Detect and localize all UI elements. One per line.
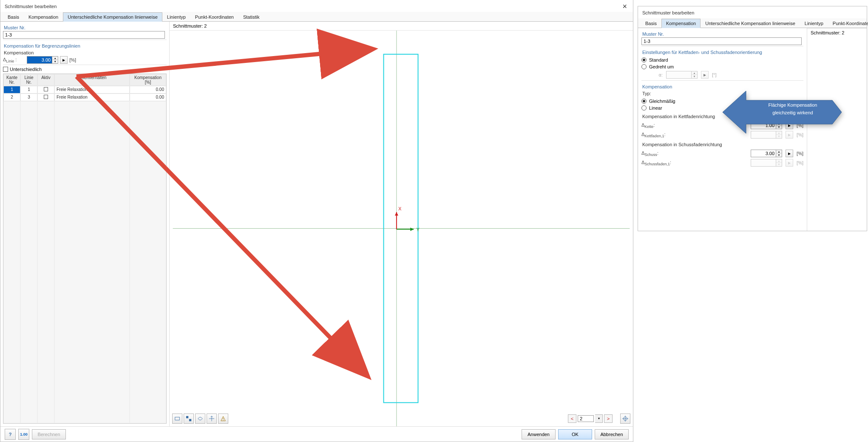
svg-marker-6 <box>395 212 398 215</box>
unterschiedlich-checkbox[interactable]: Unterschiedlich <box>3 67 167 72</box>
precision-button[interactable]: 1.00 <box>18 429 29 440</box>
checkbox-icon <box>3 67 8 72</box>
unit-percent: [%] <box>797 151 803 156</box>
view-tool-1-icon[interactable] <box>172 414 182 424</box>
unterschiedlich-label: Unterschiedlich <box>10 67 42 72</box>
cell-verhalten: Freie Relaxation <box>54 86 130 94</box>
anwenden-button[interactable]: Anwenden <box>522 429 556 439</box>
form-pane: Muster Nr. Kompensation für Begrenzungsl… <box>0 22 170 426</box>
cell-linie: 1 <box>20 86 37 94</box>
cell-kante: 2 <box>3 94 20 101</box>
th-aktiv: Aktiv <box>37 74 54 86</box>
abbrechen-button[interactable]: Abbrechen <box>595 429 629 439</box>
spin-down-icon[interactable]: ▼ <box>776 153 782 157</box>
cell-aktiv[interactable] <box>37 86 54 94</box>
view-tool-4-icon[interactable] <box>207 414 217 424</box>
table-row[interactable]: 1 1 Freie Relaxation 0.00 <box>3 86 166 94</box>
berechnen-button[interactable]: Berechnen <box>32 429 66 439</box>
delta-kettfaden1-label: ΔKettfaden,1: <box>641 132 665 138</box>
cell-komp: 0.00 <box>130 94 166 101</box>
delta-schussfaden1-label: ΔSchussfaden,1: <box>641 160 671 166</box>
svg-rect-7 <box>175 417 180 420</box>
tab-unterschiedliche-kompensation[interactable]: Unterschiedliche Kompensation linienweis… <box>701 19 800 28</box>
tab-linientyp[interactable]: Linientyp <box>162 12 190 21</box>
delta-linie-spinner[interactable]: ▲▼ <box>27 56 58 64</box>
target-tool-icon[interactable] <box>620 414 630 424</box>
tab-punkt-koordinaten[interactable]: Punkt-Koordinaten <box>828 19 868 28</box>
empty-grid-rows <box>3 101 166 423</box>
help-button[interactable]: ? <box>5 429 16 440</box>
radio-icon <box>641 64 647 69</box>
muster-input[interactable] <box>641 37 802 45</box>
view-tool-3-icon[interactable] <box>195 414 205 424</box>
spin-up-icon[interactable]: ▲ <box>52 57 58 60</box>
unit-degree: [°] <box>712 72 717 77</box>
tab-label: Unterschiedliche Kompensation linienweis… <box>68 14 158 20</box>
muster-input[interactable] <box>3 31 165 39</box>
delta-schuss-spinner[interactable]: ▲▼ <box>751 150 782 157</box>
delta-schuss-value[interactable] <box>751 150 776 157</box>
table-header: Kante Nr. Linie Nr. Aktiv Linienverhalte… <box>3 74 166 86</box>
delta-kette-label: ΔKette: <box>641 122 655 129</box>
nav-index-input[interactable] <box>578 415 594 422</box>
radio-label: Gedreht um <box>649 64 674 69</box>
th-linie: Linie Nr. <box>20 74 37 86</box>
nav-prev-button[interactable]: < <box>568 414 576 423</box>
svg-rect-9 <box>189 419 191 421</box>
spin-down-icon[interactable]: ▼ <box>52 60 58 63</box>
radio-icon <box>641 57 647 62</box>
titlebar-right: Schnittmuster bearbeiten <box>638 6 867 18</box>
tab-basis[interactable]: Basis <box>641 19 661 28</box>
radio-gleichmaessig[interactable]: Gleichmäßig <box>641 99 675 104</box>
delta-linie-label: ΔLinie : <box>3 57 17 63</box>
alpha-spinner: ▲▼ <box>666 71 698 79</box>
pattern-svg: X Y <box>170 31 633 426</box>
unit-percent: [%] <box>797 160 803 165</box>
cell-verhalten: Freie Relaxation <box>54 94 130 101</box>
compensation-table: Kante Nr. Linie Nr. Aktiv Linienverhalte… <box>3 74 167 424</box>
tab-strip-main: Basis Kompensation Unterschiedliche Komp… <box>0 12 633 22</box>
alpha-label: α: <box>641 72 663 77</box>
tab-punkt-koordinaten[interactable]: Punkt-Koordinaten <box>190 12 238 21</box>
radio-standard[interactable]: Standard <box>641 57 668 62</box>
tab-unterschiedliche-kompensation[interactable]: Unterschiedliche Kompensation linienweis… <box>63 12 162 22</box>
canvas[interactable]: X Y < ▾ > <box>170 31 633 426</box>
tab-strip-right: Basis Kompensation Unterschiedliche Komp… <box>638 18 867 28</box>
close-icon[interactable]: × <box>620 3 630 10</box>
tab-kompensation[interactable]: Kompensation <box>24 12 63 21</box>
muster-label: Muster Nr. <box>641 30 803 37</box>
axis-y-label: Y <box>416 227 420 232</box>
nav-next-button[interactable]: > <box>604 414 613 423</box>
alpha-value <box>667 71 691 78</box>
view-tool-2-icon[interactable] <box>184 414 194 424</box>
th-kante: Kante Nr. <box>3 74 20 86</box>
dropdown-caret-icon[interactable]: ▾ <box>595 414 603 423</box>
th-komp: Kompensation [%] <box>130 74 166 86</box>
step-button[interactable]: ▶ <box>786 150 793 157</box>
tab-label: Unterschiedliche Kompensation linienweis… <box>705 21 795 26</box>
step-button: ▶ <box>701 71 709 79</box>
table-row[interactable]: 2 3 Freie Relaxation 0.00 <box>3 94 166 101</box>
step-button[interactable]: ▶ <box>60 56 68 64</box>
tab-linientyp[interactable]: Linientyp <box>800 19 828 28</box>
delta-linie-value[interactable] <box>27 57 52 63</box>
muster-label: Muster Nr. <box>3 23 167 31</box>
tab-basis[interactable]: Basis <box>3 12 24 21</box>
tab-label: Linientyp <box>167 14 186 20</box>
komp-schuss-title: Kompensation in Schussfadenrichtung <box>641 141 803 148</box>
delta-schussfaden1-value <box>751 159 776 166</box>
axis-x-label: X <box>398 206 402 211</box>
cell-kante: 1 <box>3 86 20 94</box>
tab-kompensation[interactable]: Kompensation <box>661 19 701 28</box>
view-tool-warning-icon[interactable] <box>218 414 228 424</box>
dialog-footer: ? 1.00 Berechnen Anwenden OK Abbrechen <box>0 426 633 442</box>
canvas-toolbar-right: < ▾ > <box>568 414 630 424</box>
canvas-toolbar-left <box>172 414 228 424</box>
tab-statistik[interactable]: Statistik <box>238 12 264 21</box>
cell-aktiv[interactable] <box>37 94 54 101</box>
spin-up-icon[interactable]: ▲ <box>776 150 782 153</box>
radio-gedreht[interactable]: Gedreht um <box>641 64 674 69</box>
radio-label: Linear <box>649 105 662 110</box>
ok-button[interactable]: OK <box>558 429 592 439</box>
radio-linear[interactable]: Linear <box>641 105 662 110</box>
